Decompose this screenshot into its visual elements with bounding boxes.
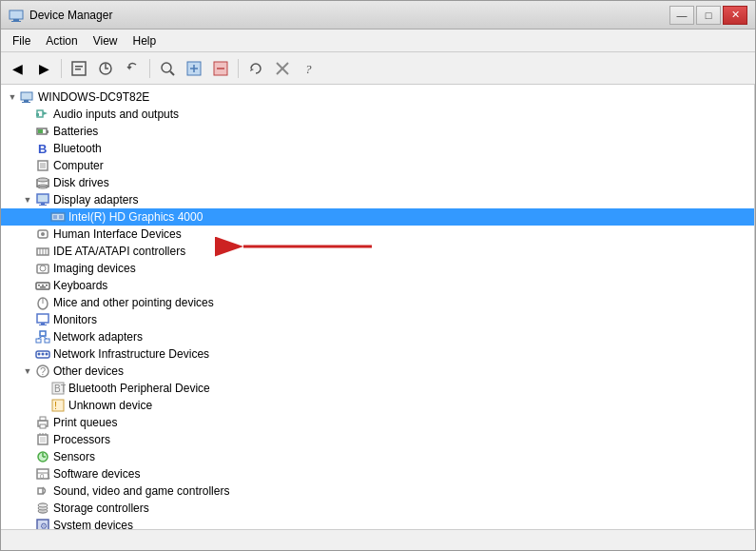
svg-rect-54 <box>39 325 47 325</box>
tree-item-softwaredevices[interactable]: ▶0 1Software devices <box>1 465 754 482</box>
icon-computer <box>35 158 50 173</box>
svg-rect-31 <box>37 194 48 203</box>
label-networkinfra: Network Infrastructure Devices <box>53 347 209 361</box>
tree-item-hid[interactable]: ▶Human Interface Devices <box>1 226 754 243</box>
menu-file[interactable]: File <box>5 32 38 49</box>
svg-point-30 <box>37 178 48 182</box>
label-mice: Mice and other pointing devices <box>53 296 214 309</box>
minimize-button[interactable]: — <box>669 6 694 25</box>
tree-item-sound[interactable]: ▶Sound, video and game controllers <box>1 482 754 500</box>
label-intelgfx: Intel(R) HD Graphics 4000 <box>68 210 203 224</box>
menu-action[interactable]: Action <box>38 32 85 49</box>
svg-rect-74 <box>40 437 46 443</box>
tree-item-intelgfx[interactable]: ▶Intel(R) HD Graphics 4000 <box>1 208 754 226</box>
svg-rect-53 <box>41 323 45 325</box>
label-bluetooth: Bluetooth <box>53 142 102 155</box>
svg-text:?: ? <box>305 62 312 76</box>
svg-text:⚙: ⚙ <box>40 521 48 529</box>
svg-point-63 <box>46 353 48 356</box>
title-bar-left: Device Manager <box>9 8 112 23</box>
svg-text:!: ! <box>54 400 57 411</box>
svg-rect-55 <box>40 331 46 336</box>
svg-point-91 <box>38 503 48 507</box>
toolbar-remove[interactable] <box>208 56 233 81</box>
toolbar: ◀ ▶ <box>1 52 755 85</box>
toolbar-back[interactable]: ◀ <box>5 56 29 81</box>
title-bar: Device Manager — □ ✕ <box>1 1 755 30</box>
label-monitors: Monitors <box>53 313 97 326</box>
icon-ide <box>35 244 50 259</box>
tree-item-systemdevices[interactable]: ▶⚙System devices <box>1 517 754 529</box>
icon-unknowndevice: ! <box>50 398 66 413</box>
tree-item-printqueues[interactable]: ▶Print queues <box>1 414 754 431</box>
toolbar-update[interactable] <box>93 56 118 81</box>
tree-item-unknowndevice[interactable]: ▶!Unknown device <box>1 397 754 414</box>
svg-rect-72 <box>40 424 46 428</box>
label-audio: Audio inputs and outputs <box>53 108 179 121</box>
svg-rect-57 <box>45 339 49 343</box>
tree-children: ▶Audio inputs and outputs▶Batteries▶BBlu… <box>1 106 754 529</box>
tree-item-processors[interactable]: ▶Processors <box>1 431 754 448</box>
tree-item-btperipheral[interactable]: ▶BTBluetooth Peripheral Device <box>1 380 754 397</box>
svg-rect-5 <box>75 69 81 70</box>
expand-btn-displayadapters[interactable]: ▼ <box>20 192 35 207</box>
svg-rect-56 <box>36 339 41 343</box>
svg-text:0 1: 0 1 <box>40 472 50 481</box>
icon-softwaredevices: 0 1 <box>35 466 50 482</box>
tree-item-otherdevices[interactable]: ▼?Other devices <box>1 363 754 380</box>
tree-item-audio[interactable]: ▶Audio inputs and outputs <box>1 106 754 123</box>
svg-text:B: B <box>38 142 47 156</box>
tree-item-displayadapters[interactable]: ▼Display adapters <box>1 191 754 208</box>
svg-rect-35 <box>53 215 57 219</box>
expand-btn-otherdevices[interactable]: ▼ <box>20 364 35 379</box>
tree-item-keyboards[interactable]: ▶Keyboards <box>1 277 754 294</box>
label-sound: Sound, video and game controllers <box>53 484 229 498</box>
tree-item-mice[interactable]: ▶Mice and other pointing devices <box>1 294 754 311</box>
label-otherdevices: Other devices <box>53 364 124 378</box>
svg-rect-18 <box>24 100 29 102</box>
toolbar-scan[interactable] <box>155 56 180 81</box>
toolbar-disable[interactable] <box>270 56 295 81</box>
label-softwaredevices: Software devices <box>53 467 140 481</box>
tree-item-computer[interactable]: ▶Computer <box>1 157 754 174</box>
label-networkadapters: Network adapters <box>53 330 143 344</box>
toolbar-refresh[interactable] <box>243 56 268 81</box>
device-tree[interactable]: ▼ WINDOWS-DC9T82E ▶Audio inputs and outp… <box>1 85 755 529</box>
toolbar-help[interactable]: ? <box>297 56 321 81</box>
maximize-button[interactable]: □ <box>696 6 721 25</box>
toolbar-sep-3 <box>238 59 239 78</box>
tree-item-batteries[interactable]: ▶Batteries <box>1 123 754 140</box>
root-expand[interactable]: ▼ <box>5 89 20 105</box>
tree-item-diskdrives[interactable]: ▶Disk drives <box>1 174 754 191</box>
label-imaging: Imaging devices <box>53 262 136 275</box>
menu-help[interactable]: Help <box>126 32 165 49</box>
tree-item-imaging[interactable]: ▶Imaging devices <box>1 260 754 277</box>
tree-item-monitors[interactable]: ▶Monitors <box>1 311 754 328</box>
svg-point-38 <box>41 232 45 236</box>
icon-systemdevices: ⚙ <box>35 518 50 529</box>
svg-point-62 <box>42 353 45 356</box>
svg-rect-32 <box>41 203 45 205</box>
close-button[interactable]: ✕ <box>723 6 747 25</box>
toolbar-forward[interactable]: ▶ <box>31 56 56 81</box>
menu-view[interactable]: View <box>86 32 126 49</box>
tree-item-networkinfra[interactable]: ▶Network Infrastructure Devices <box>1 345 754 363</box>
icon-bluetooth: B <box>35 141 50 156</box>
tree-item-ide[interactable]: ▶IDE ATA/ATAPI controllers <box>1 243 754 260</box>
label-ide: IDE ATA/ATAPI controllers <box>53 245 185 258</box>
svg-line-8 <box>170 71 174 75</box>
tree-item-sensors[interactable]: ▶Sensors <box>1 448 754 465</box>
svg-rect-24 <box>38 129 43 133</box>
toolbar-add[interactable] <box>182 56 206 81</box>
icon-batteries <box>35 124 50 139</box>
toolbar-properties[interactable] <box>67 56 91 81</box>
toolbar-rollback[interactable] <box>120 56 145 81</box>
label-systemdevices: System devices <box>53 519 133 529</box>
tree-item-storagecontrollers[interactable]: ▶Storage controllers <box>1 500 754 517</box>
svg-rect-1 <box>13 19 19 21</box>
status-bar <box>1 529 755 550</box>
tree-item-networkadapters[interactable]: ▶Network adapters <box>1 328 754 345</box>
icon-monitors <box>35 312 50 327</box>
tree-item-bluetooth[interactable]: ▶BBluetooth <box>1 140 754 157</box>
tree-root[interactable]: ▼ WINDOWS-DC9T82E <box>1 89 754 106</box>
